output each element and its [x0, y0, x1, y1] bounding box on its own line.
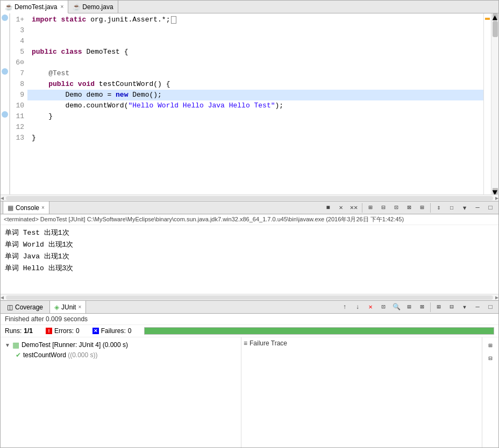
scrollbar-v-thumb[interactable]	[493, 21, 498, 37]
junit-maximize[interactable]: □	[484, 301, 496, 313]
junit-btn-1[interactable]: ↑	[339, 301, 351, 313]
console-status-text: <terminated> DemoTest [JUnit] C:\MySoftw…	[4, 216, 404, 222]
tree-root-label: DemoTest [Runner: JUnit 4] (0.000 s)	[22, 341, 128, 349]
code-line-6: @Test	[27, 68, 483, 79]
junit-toolbar: ↑ ↓ ✕ ⊡ 🔍 ⊞ ⊠ ⊞ ⊟ ▾ ─ □	[339, 301, 496, 313]
console-minimize[interactable]: ─	[472, 202, 483, 214]
console-scrollbar-h[interactable]: ◀ ▶	[1, 294, 498, 300]
console-btn-2[interactable]: ✕	[335, 202, 347, 214]
tree-child-item[interactable]: ✔ testCountWord ((0.000 s))	[13, 350, 239, 360]
marker-item-1	[485, 18, 490, 20]
code-line-13	[27, 143, 483, 154]
failure-trace: ≡ Failure Trace	[244, 339, 480, 347]
console-scroll-track	[6, 295, 493, 300]
console-toolbar: ■ ✕ ✕✕ ⊞ ⊟ ⊡ ⊠ ⊞ ⇕ ☐ ▾ ─ □	[322, 202, 496, 214]
editor-tab-bar: ☕ DemoTest.java × ☕ Demo.java	[1, 1, 498, 13]
junit-btn-9[interactable]: ⊟	[446, 301, 458, 313]
code-line-2	[27, 25, 483, 36]
gutter-marker-10	[2, 111, 8, 118]
junit-btn-4[interactable]: ⊡	[377, 301, 389, 313]
console-tab-label: Console	[16, 204, 39, 212]
junit-tree: ▼ ▦ DemoTest [Runner: JUnit 4] (0.000 s)…	[1, 337, 498, 447]
failure-trace-label: Failure Trace	[250, 339, 287, 347]
failures-value: 0	[128, 327, 132, 335]
scrollbar-v-track	[491, 38, 498, 188]
editor-scrollbar-v[interactable]: ▲ ▼	[491, 13, 498, 194]
console-panel: ▦ Console × ■ ✕ ✕✕ ⊞ ⊟ ⊡ ⊠ ⊞ ⇕ ☐ ▾ ─ □ <…	[0, 201, 499, 301]
junit-icon: ◈	[54, 304, 59, 311]
tab-junit[interactable]: ◈ JUnit ×	[49, 301, 86, 313]
scrollbar-h-right[interactable]: ▶	[495, 195, 498, 201]
console-scroll-left[interactable]: ◀	[1, 294, 4, 301]
tab-console[interactable]: ▦ Console ×	[3, 201, 49, 214]
failures-stat: ✕ Failures: 0	[92, 327, 132, 335]
junit-btn-7[interactable]: ⊠	[416, 301, 428, 313]
console-maximize[interactable]: □	[484, 202, 496, 214]
right-marker	[483, 13, 491, 194]
coverage-icon: ◫	[7, 304, 13, 311]
console-btn-3[interactable]: ✕✕	[348, 202, 360, 214]
junit-btn-10[interactable]: ▾	[459, 301, 471, 313]
console-btn-8[interactable]: ⊞	[416, 202, 428, 214]
errors-value: 0	[76, 327, 80, 335]
line-numbers: 1+ 3 4 5 6⊖ 7 8 9 10 11 12 13	[10, 13, 27, 194]
junit-btn-6[interactable]: ⊞	[403, 301, 415, 313]
tree-expand-icon: ▼	[5, 342, 10, 348]
console-btn-1[interactable]: ■	[322, 202, 334, 214]
coverage-tab-label: Coverage	[15, 304, 43, 311]
console-btn-4[interactable]: ⊞	[365, 202, 376, 214]
code-line-4: public class DemoTest {	[27, 47, 483, 57]
editor-content: 1+ 3 4 5 6⊖ 7 8 9 10 11 12 13 import sta…	[1, 13, 498, 194]
console-btn-10[interactable]: ☐	[446, 202, 458, 214]
gutter-marker-1	[2, 15, 8, 21]
console-btn-11[interactable]: ▾	[459, 202, 471, 214]
tree-root-label-text: DemoTest [Runner: JUnit 4] (0.000 s)	[22, 341, 128, 349]
tree-root-icon: ▦	[12, 341, 19, 349]
junit-tab-close[interactable]: ×	[78, 304, 81, 310]
junit-btn-2[interactable]: ↓	[352, 301, 363, 313]
java-file-icon-2: ☕	[73, 3, 80, 11]
junit-tree-btn-2[interactable]: ⊟	[484, 352, 496, 364]
scrollbar-v-up[interactable]: ▲	[493, 13, 498, 20]
junit-minimize[interactable]: ─	[472, 301, 483, 313]
console-btn-5[interactable]: ⊟	[377, 202, 389, 214]
console-btn-6[interactable]: ⊡	[390, 202, 402, 214]
runs-label: Runs:	[5, 327, 22, 335]
junit-tab-bar: ◫ Coverage ◈ JUnit × ↑ ↓ ✕ ⊡ 🔍 ⊞ ⊠ ⊞ ⊟ ▾…	[1, 301, 498, 314]
tree-child-label-text: testCountWord	[23, 351, 66, 359]
tab-demotest[interactable]: ☕ DemoTest.java ×	[1, 1, 68, 13]
console-tab-close[interactable]: ×	[41, 205, 45, 211]
tab-demo[interactable]: ☕ Demo.java	[68, 1, 118, 13]
junit-tree-right: ≡ Failure Trace	[241, 337, 482, 447]
junit-btn-5[interactable]: 🔍	[390, 301, 402, 313]
java-file-icon: ☕	[5, 3, 12, 11]
junit-tab-label: JUnit	[61, 304, 76, 311]
tab-coverage[interactable]: ◫ Coverage	[3, 301, 47, 313]
code-line-12: }	[27, 133, 483, 143]
code-area[interactable]: import static org.junit.Assert.*; public…	[27, 13, 483, 194]
scrollbar-h-left[interactable]: ◀	[1, 195, 4, 201]
sep1	[362, 203, 362, 213]
tab-demotest-close[interactable]: ×	[60, 4, 63, 10]
console-btn-9[interactable]: ⇕	[433, 202, 445, 214]
junit-tree-toolbar: ⊞ ⊟	[482, 337, 498, 447]
scrollbar-v-down[interactable]: ▼	[493, 188, 498, 194]
console-output: 单词 Test 出现1次 单词 World 出现1次 单词 Java 出现1次 …	[1, 225, 498, 294]
junit-tree-btn-1[interactable]: ⊞	[484, 339, 496, 351]
junit-btn-8[interactable]: ⊞	[433, 301, 445, 313]
code-line-8: Demo demo = new Demo();	[27, 90, 483, 100]
runs-stat: Runs: 1/1	[5, 327, 33, 335]
junit-tree-left: ▼ ▦ DemoTest [Runner: JUnit 4] (0.000 s)…	[1, 337, 241, 447]
tree-child-icon: ✔	[16, 351, 21, 359]
console-scroll-right[interactable]: ▶	[495, 294, 498, 301]
console-status: <terminated> DemoTest [JUnit] C:\MySoftw…	[1, 214, 498, 225]
console-btn-7[interactable]: ⊠	[403, 202, 415, 214]
console-line-2: 单词 World 出现1次	[5, 239, 494, 251]
tree-child-time: ((0.000 s))	[68, 351, 97, 359]
failures-label: Failures:	[101, 327, 126, 335]
junit-status: Finished after 0.009 seconds	[1, 314, 498, 325]
editor-scrollbar-h[interactable]: ◀ ▶	[1, 194, 498, 201]
tree-root-item[interactable]: ▼ ▦ DemoTest [Runner: JUnit 4] (0.000 s)	[3, 339, 239, 350]
junit-btn-3[interactable]: ✕	[365, 301, 376, 313]
code-line-9: demo.countWord("Hello World Hello Java H…	[27, 100, 483, 111]
